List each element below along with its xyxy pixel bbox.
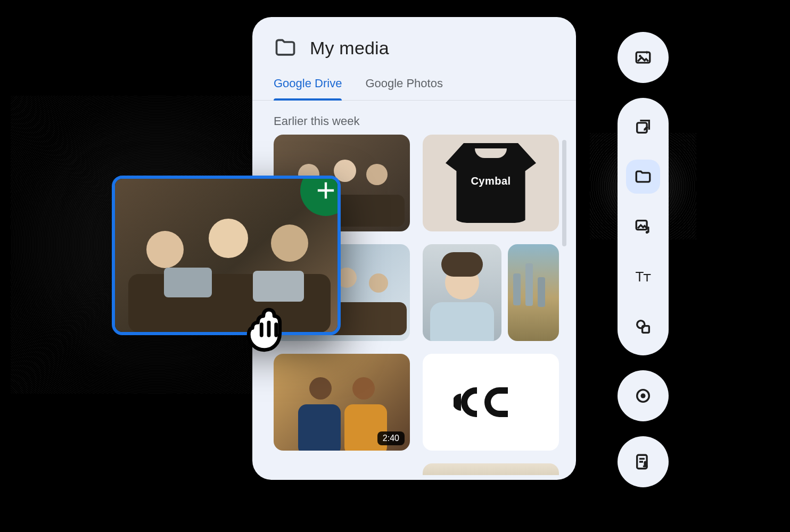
source-tabs: Google Drive Google Photos xyxy=(252,64,576,101)
panel-title: My media xyxy=(310,38,389,59)
svg-point-4 xyxy=(646,231,648,234)
thumb-tshirt-cymbal[interactable]: Cymbal xyxy=(423,135,559,231)
rail-group-4 xyxy=(618,436,669,487)
record-icon[interactable] xyxy=(626,379,660,413)
rail-group-3 xyxy=(618,370,669,421)
svg-point-5 xyxy=(637,321,645,328)
grab-cursor-icon xyxy=(240,297,298,355)
edit-layers-icon[interactable] xyxy=(626,110,660,144)
thumb-hallway[interactable] xyxy=(423,463,559,475)
scrollbar[interactable] xyxy=(562,140,566,246)
video-duration-badge: 2:40 xyxy=(377,431,405,445)
tshirt-brand-text: Cymbal xyxy=(471,175,511,187)
image-music-icon[interactable] xyxy=(626,210,660,244)
folder-icon xyxy=(274,36,297,60)
tool-rail: Tᴛ xyxy=(618,32,669,487)
shapes-icon[interactable] xyxy=(626,310,660,344)
tab-google-photos[interactable]: Google Photos xyxy=(365,77,443,100)
thumb-two-people-talk[interactable]: 2:40 xyxy=(274,354,410,451)
tab-google-drive[interactable]: Google Drive xyxy=(274,77,342,100)
section-earlier-this-week: Earlier this week xyxy=(252,101,576,135)
thumb-city-aerial[interactable] xyxy=(508,244,559,341)
svg-point-8 xyxy=(640,393,645,398)
thumb-cc-logo[interactable] xyxy=(423,354,559,451)
rail-group-1 xyxy=(618,32,669,83)
rail-group-2: Tᴛ xyxy=(618,98,669,355)
dragged-thumbnail[interactable] xyxy=(112,176,341,335)
folder-icon[interactable] xyxy=(626,160,660,194)
thumb-person-portrait[interactable] xyxy=(423,244,501,341)
svg-point-1 xyxy=(639,55,641,57)
ai-image-icon[interactable] xyxy=(626,40,660,74)
text-icon[interactable]: Tᴛ xyxy=(626,260,660,294)
voice-script-icon[interactable] xyxy=(626,445,660,479)
